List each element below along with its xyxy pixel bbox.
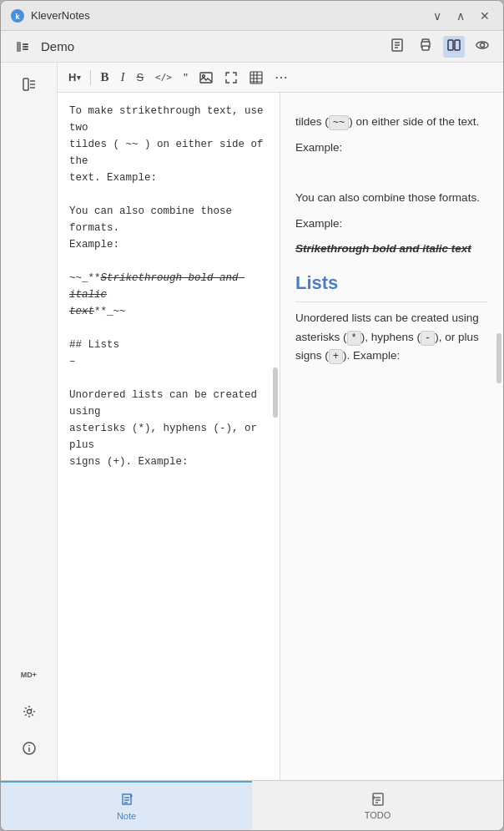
print-button[interactable] <box>415 36 436 58</box>
titlebar-controls: ∨ ∧ ✕ <box>430 8 493 24</box>
tilde-code: ~~ <box>329 115 349 130</box>
sidebar-toggle-button[interactable] <box>11 69 48 99</box>
svg-point-18 <box>481 43 485 47</box>
toolbar-sep-1 <box>90 70 91 85</box>
editor-pane[interactable]: To make strikethrough text, use two tild… <box>58 93 280 780</box>
editor-toolbar: H ▾ B I S </> " <box>58 63 503 93</box>
svg-rect-16 <box>455 40 460 50</box>
bold-button[interactable]: B <box>96 68 113 87</box>
note-title: Demo <box>41 39 74 53</box>
more-button[interactable]: ⋯ <box>270 67 292 88</box>
content-pane: H ▾ B I S </> " <box>58 63 503 780</box>
svg-point-26 <box>28 745 30 747</box>
svg-rect-19 <box>23 79 28 90</box>
svg-rect-15 <box>448 40 453 50</box>
preview-lists-heading: Lists <box>295 268 488 302</box>
plus-code: + <box>329 349 343 364</box>
table-button[interactable] <box>245 68 267 87</box>
svg-rect-4 <box>23 46 28 48</box>
editor-pane-wrapper: To make strikethrough text, use two tild… <box>58 93 280 780</box>
preview-combine: You can also combine those formats. <box>295 189 488 207</box>
editor-content[interactable]: To make strikethrough text, use two tild… <box>69 103 268 470</box>
strikethrough-display: Strikethrough bold and italic text <box>295 242 471 255</box>
svg-rect-11 <box>422 46 429 50</box>
svg-rect-2 <box>17 42 21 52</box>
note-actions <box>386 36 493 58</box>
italic-button[interactable]: I <box>116 68 129 87</box>
maximize-button[interactable]: ∧ <box>453 8 468 24</box>
preview-strikethrough-text: Strikethrough bold and italic text <box>295 240 488 258</box>
quote-button[interactable]: " <box>179 68 192 87</box>
main-area: MD+ <box>1 63 503 780</box>
titlebar-left: k KleverNotes <box>11 9 90 23</box>
preview-button[interactable] <box>471 36 493 58</box>
toggle-sidebar-button[interactable] <box>11 35 34 58</box>
heading-button[interactable]: H ▾ <box>64 68 85 86</box>
document-view-button[interactable] <box>386 36 408 58</box>
markdown-icon-button[interactable]: MD+ <box>11 660 48 690</box>
note-header-bar: Demo <box>1 31 503 63</box>
hyphen-code: - <box>421 331 435 346</box>
preview-example2: Example: <box>295 215 488 233</box>
svg-point-28 <box>202 74 204 77</box>
app-icon: k <box>11 9 24 23</box>
code-button[interactable]: </> <box>151 69 176 85</box>
preview-intro: tildes (~~) on either side of the text. <box>295 113 488 132</box>
settings-button[interactable] <box>11 697 48 727</box>
bottom-tabs: Note TODO <box>1 780 503 830</box>
sidebar-bottom: MD+ <box>11 660 48 773</box>
split-area: To make strikethrough text, use two tild… <box>58 93 503 780</box>
split-view-button[interactable] <box>443 36 465 58</box>
svg-rect-5 <box>23 48 28 50</box>
svg-rect-3 <box>23 43 28 45</box>
note-tab-icon <box>118 792 135 808</box>
titlebar: k KleverNotes ∨ ∧ ✕ <box>1 1 503 31</box>
left-sidebar: MD+ <box>1 63 58 780</box>
svg-point-23 <box>27 710 31 714</box>
tab-todo[interactable]: TODO <box>252 781 503 830</box>
app-title: KleverNotes <box>31 9 90 22</box>
expand-button[interactable] <box>220 68 242 87</box>
todo-tab-label: TODO <box>365 810 391 820</box>
app-window: k KleverNotes ∨ ∧ ✕ Demo <box>0 0 504 831</box>
todo-tab-icon <box>370 791 386 808</box>
preview-example1: Example: <box>295 139 488 157</box>
sidebar-top <box>1 69 57 99</box>
info-button[interactable] <box>11 733 48 763</box>
preview-content: tildes (~~) on either side of the text. … <box>295 113 488 366</box>
note-tab-label: Note <box>117 811 136 821</box>
preview-pane[interactable]: tildes (~~) on either side of the text. … <box>280 93 503 780</box>
asterisk-code: * <box>347 331 361 346</box>
close-button[interactable]: ✕ <box>476 8 493 24</box>
markdown-label: MD+ <box>21 671 37 679</box>
strikethrough-button[interactable]: S <box>132 68 148 86</box>
minimize-button[interactable]: ∨ <box>430 8 445 24</box>
preview-pane-wrapper: tildes (~~) on either side of the text. … <box>280 93 503 780</box>
preview-scrollbar-thumb[interactable] <box>496 333 501 383</box>
image-button[interactable] <box>195 68 217 87</box>
tab-note[interactable]: Note <box>1 781 252 830</box>
svg-rect-38 <box>373 793 383 805</box>
preview-unordered: Unordered lists can be created using ast… <box>295 309 488 366</box>
editor-scrollbar-thumb[interactable] <box>273 367 278 418</box>
